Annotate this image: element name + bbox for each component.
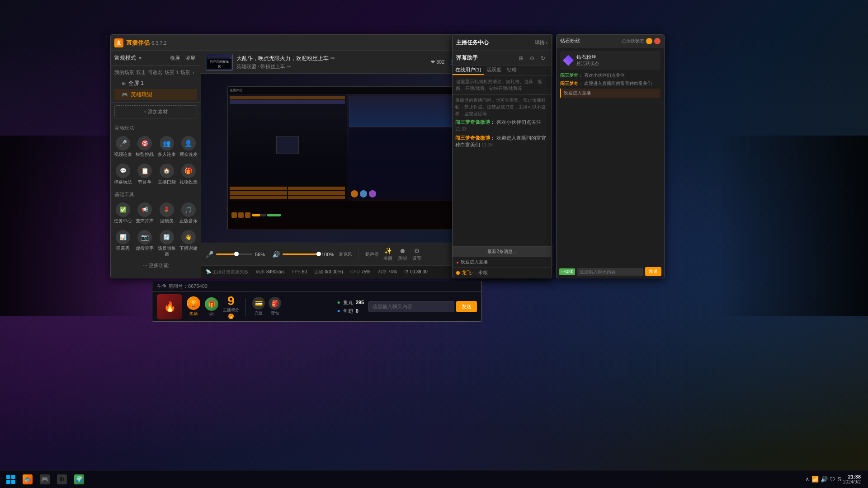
chat-input-box[interactable]: 这里输入聊天内容 <box>368 301 454 312</box>
chat-input[interactable] <box>577 268 643 276</box>
speaker-slider[interactable] <box>283 253 319 255</box>
system-tray: ∧ 📶 🔊 🛡 S 21:38 2024/9/2 <box>802 474 864 484</box>
show-icon: 📊 <box>116 230 130 244</box>
secondary-minimize-btn[interactable] <box>646 38 652 44</box>
tab-online-users[interactable]: 在线用户(1) <box>453 66 484 75</box>
sidebar-top: 常规模式 ▼ 横屏 竖屏 <box>111 51 201 66</box>
record-btn[interactable]: ⏺ 录制 <box>398 247 407 262</box>
gift-badge[interactable]: 🎁 5/5 <box>205 297 218 316</box>
basic-tools-grid: ✅ 任务中心 📢 变声片声 💄 滤镜美 🎵 正版音乐 📊 弹幕秀 <box>111 200 201 259</box>
mic-label: 麦克风 <box>339 251 352 258</box>
secondary-close-btn[interactable] <box>654 38 660 44</box>
taskbar-app-4[interactable]: 🌍 <box>71 472 87 487</box>
danmaku-game-tool[interactable]: 💬 弹幕玩法 <box>113 161 133 188</box>
gift-icon-badge: 🎁 <box>205 297 218 311</box>
multi-mic-tool[interactable]: 👥 多人连麦 <box>156 133 177 160</box>
speaker-slider-thumb[interactable] <box>316 252 321 256</box>
taskbar-app-3[interactable]: Ih <box>54 472 70 487</box>
scene-item-lol[interactable]: 🎮 英雄联盟 <box>114 89 197 100</box>
mode-label: 常规模式 <box>114 54 136 62</box>
backpack-btn[interactable]: 🎒 背包 <box>269 297 281 316</box>
charge-btn[interactable]: 💳 充值 <box>252 297 265 316</box>
ice-dot: ● <box>337 308 340 314</box>
tray-arrow[interactable]: ∧ <box>805 476 810 483</box>
danmaku-tool-2[interactable]: ⊙ <box>528 54 537 63</box>
scene-item-fullscreen[interactable]: ⊞ 全屏 1 <box>114 78 197 89</box>
filter-beauty-tool[interactable]: 💄 滤镜美 <box>156 200 177 226</box>
diamond-title: 钻石粉丝 <box>576 54 658 61</box>
audience-mic-tool[interactable]: 👤 观众连麦 <box>178 133 199 160</box>
danmaku-refresh[interactable]: ↻ <box>538 54 547 63</box>
app-logo: 直 直播伴侣 <box>114 38 150 47</box>
audience-actions: 💳 充值 🎒 背包 <box>252 297 281 316</box>
speaker-label: 扬声器 <box>365 251 379 258</box>
detail-link[interactable]: 详情 › <box>535 39 547 46</box>
fish-row: ● 鱼丸 295 <box>337 299 364 306</box>
danmaku-header: 弹幕助手 ⊞ ⊙ ↻ <box>453 51 551 66</box>
audience-icon: 👤 <box>181 136 196 150</box>
mic-slider-thumb[interactable] <box>234 252 239 256</box>
danmaku-tool-1[interactable]: ⊞ <box>517 54 526 63</box>
scene-add-icon[interactable]: + <box>192 70 195 75</box>
rank-section: 9 主播积分 🔥 <box>223 295 239 319</box>
end-stream-thanks-tool[interactable]: 👋 下播谢谢 <box>178 227 199 259</box>
more-features-btn[interactable]: ··· 更多功能 <box>111 259 201 272</box>
edit-title-icon[interactable]: ✏ <box>330 55 335 61</box>
tray-network[interactable]: 📶 <box>811 476 819 483</box>
scene-editable-label: 可改名 <box>148 69 163 76</box>
new-messages-btn[interactable]: 最新2条消息 ↓ <box>453 246 551 257</box>
online-user-2[interactable]: 米粮 <box>478 269 488 276</box>
multi-users-icon: 👥 <box>160 136 174 150</box>
settings-btn[interactable]: ⚙ 设置 <box>412 247 421 262</box>
send-button[interactable]: 发送 <box>645 267 661 276</box>
mic-slider[interactable] <box>216 253 252 255</box>
online-user-1[interactable]: 龙飞· <box>462 269 473 276</box>
model-challenge-tool[interactable]: 🎯 模型挑战 <box>134 133 155 160</box>
windows-start-btn[interactable] <box>4 472 18 487</box>
task-center-tool[interactable]: ✅ 任务中心 <box>113 200 133 226</box>
my-scene-label: 我的场景 <box>114 69 134 76</box>
speaker-icon[interactable]: 🔊 <box>272 251 280 258</box>
user-tag: 小媒体 <box>559 268 575 275</box>
danmaku-game-icon: 💬 <box>116 164 130 178</box>
taskbar-app-douyu[interactable]: 🐟 <box>20 472 35 487</box>
scene-switcher-tool[interactable]: 🔄 场景切换器 <box>156 227 177 259</box>
video-mic-tool[interactable]: 🎤 视频连麦 <box>113 133 133 160</box>
gift-points: ● 鱼丸 295 ● 鱼翅 0 <box>337 299 364 314</box>
mode-dropdown-arrow: ▼ <box>138 56 142 61</box>
mode-selector[interactable]: 常规模式 ▼ <box>114 54 142 62</box>
stream-subtitle: 英雄联盟 · 带粉丝上车 ✏ <box>236 63 427 70</box>
tray-shield[interactable]: 🛡 <box>830 476 835 483</box>
chat-send-btn[interactable]: 发送 <box>456 301 477 312</box>
mic-icon[interactable]: 🎤 <box>206 251 213 258</box>
licensed-music-tool[interactable]: 🎵 正版音乐 <box>178 200 199 226</box>
tab-activity[interactable]: 活跃度 <box>484 66 504 75</box>
streamer-pocket-tool[interactable]: 🏠 主播口袋 <box>156 161 177 188</box>
chat-msg-2: 闯三梦奇像微博： 欢迎进入直播间的富官种白富美们 11:38 <box>455 135 548 149</box>
add-material-btn[interactable]: + 添加素材 <box>114 105 197 118</box>
portrait-btn[interactable]: 竖屏 <box>184 54 197 62</box>
tray-antivirus[interactable]: S <box>837 476 841 483</box>
beauty-btn[interactable]: ✨ 美颜 <box>383 247 392 262</box>
tab-diamond-fans[interactable]: 钻粉 <box>504 66 519 75</box>
stream-preview-large: 🔥 <box>157 294 182 319</box>
program-list-tool[interactable]: 📋 节目单 <box>134 161 155 188</box>
my-scene-section: 我的场景 双击 可改名 场景 1 场景 + ⊞ 全屏 1 🎮 英雄联盟 <box>111 66 201 103</box>
welcome-dot: ● <box>456 260 459 265</box>
rank-dot: 🔥 <box>228 314 234 319</box>
trophy-badge[interactable]: 🏆 奖励 <box>187 296 200 317</box>
landscape-btn[interactable]: 横屏 <box>168 54 182 62</box>
voice-changer-tool[interactable]: 📢 变声片声 <box>134 200 155 226</box>
danmaku-description: 这里显示礼物相关消息，如礼物、道具、提醒、开通/续费、钻粉开通/续费等 <box>453 75 551 95</box>
activity-label: 总活跃状态 <box>622 38 644 44</box>
cpu-item: CPU 75% <box>350 269 370 274</box>
taskbar-app-2[interactable]: 🎮 <box>37 472 52 487</box>
tray-volume[interactable]: 🔊 <box>821 476 828 483</box>
gift-label-badge: 5/5 <box>209 312 215 316</box>
gift-vote-tool[interactable]: 🎁 礼物投票 <box>178 161 199 188</box>
danmaku-show-tool[interactable]: 📊 弹幕秀 <box>113 227 133 259</box>
app3-icon: Ih <box>57 474 67 484</box>
virtual-cam-tool[interactable]: 📷 虚假管手 <box>134 227 155 259</box>
system-msg-1: 像微博的直播间问，也可在查案、禁止传播封帖，禁止诈骗、违禁品或打赏，主播可以不监… <box>455 97 548 117</box>
edit-game-icon[interactable]: ✏ <box>287 64 291 69</box>
